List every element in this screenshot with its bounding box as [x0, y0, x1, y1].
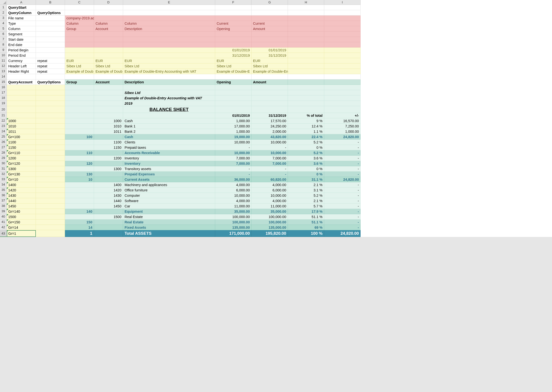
cell-G12[interactable]: Sibex Ltd: [252, 63, 288, 69]
cell-C32[interactable]: 130: [65, 172, 94, 177]
cell-G24[interactable]: 2,000.00: [252, 129, 288, 134]
cell-A43[interactable]: Gr=1: [7, 230, 36, 237]
cell-B4[interactable]: [36, 21, 65, 26]
row-header[interactable]: 35: [0, 188, 7, 193]
cell-C21[interactable]: [65, 113, 94, 118]
cell-B5[interactable]: [36, 26, 65, 31]
cell-C27[interactable]: [65, 145, 94, 150]
cell-I42[interactable]: -: [324, 225, 361, 230]
cell-C23[interactable]: [65, 124, 94, 129]
cell-C11[interactable]: EUR: [65, 58, 94, 63]
row-header[interactable]: 36: [0, 193, 7, 198]
cell-A32[interactable]: Gr=130: [7, 172, 36, 177]
cell-I34[interactable]: -: [324, 182, 361, 188]
cell-G14[interactable]: [252, 74, 288, 79]
cell-C15[interactable]: Group: [65, 79, 94, 85]
cell-E38[interactable]: Car: [123, 204, 215, 209]
cell-A38[interactable]: 1450: [7, 204, 36, 209]
cell-B34[interactable]: [36, 182, 65, 188]
cell-D10[interactable]: [94, 53, 123, 58]
row-header[interactable]: 40: [0, 214, 7, 220]
cell-C9[interactable]: [65, 47, 94, 53]
column-header-H[interactable]: H: [288, 0, 324, 5]
cell-D8[interactable]: [94, 42, 123, 47]
cell-H32[interactable]: 0 %: [288, 172, 324, 177]
cell-C28[interactable]: 110: [65, 150, 94, 156]
cell-I37[interactable]: -: [324, 198, 361, 204]
cell-B43[interactable]: [36, 230, 65, 237]
cell-A9[interactable]: Period Begin: [7, 47, 36, 53]
row-header[interactable]: 27: [0, 145, 7, 150]
cell-A10[interactable]: Period End: [7, 53, 36, 58]
cell-G33[interactable]: 60,820.00: [252, 177, 288, 182]
cell-H17[interactable]: [288, 90, 324, 95]
cell-C13[interactable]: Example of Doub: [65, 69, 94, 74]
cell-I17[interactable]: [324, 90, 361, 95]
cell-E19[interactable]: 2019: [123, 101, 215, 106]
cell-E4[interactable]: Column: [123, 21, 215, 26]
cell-A41[interactable]: Gr=150: [7, 220, 36, 225]
cell-D43[interactable]: [94, 230, 123, 237]
cell-C6[interactable]: [65, 31, 94, 37]
cell-B13[interactable]: repeat: [36, 69, 65, 74]
cell-I1[interactable]: [324, 5, 361, 10]
cell-I25[interactable]: 24,820.00: [324, 134, 361, 140]
cell-A42[interactable]: Gr=14: [7, 225, 36, 230]
column-header-A[interactable]: A: [7, 0, 36, 5]
cell-H1[interactable]: [288, 5, 324, 10]
row-header[interactable]: 25: [0, 134, 7, 140]
cell-H36[interactable]: 5.2 %: [288, 193, 324, 198]
cell-F5[interactable]: Opening: [215, 26, 252, 31]
cell-B12[interactable]: repeat: [36, 63, 65, 69]
cell-F23[interactable]: 17,000.00: [215, 124, 252, 129]
cell-B42[interactable]: [36, 225, 65, 230]
row-header[interactable]: 23: [0, 124, 7, 129]
row-header[interactable]: 5: [0, 26, 7, 31]
cell-C24[interactable]: [65, 129, 94, 134]
cell-E32[interactable]: Prepaid Expenses: [123, 172, 215, 177]
cell-F36[interactable]: 10,000.00: [215, 193, 252, 198]
column-header-C[interactable]: C: [65, 0, 94, 5]
cell-E3[interactable]: [123, 16, 215, 21]
cell-G29[interactable]: 7,000.00: [252, 156, 288, 161]
cell-F13[interactable]: Example of Double-E: [215, 69, 252, 74]
cell-C41[interactable]: 150: [65, 220, 94, 225]
cell-E5[interactable]: Description: [123, 26, 215, 31]
cell-B29[interactable]: [36, 156, 65, 161]
cell-G5[interactable]: Amount: [252, 26, 288, 31]
cell-C40[interactable]: [65, 214, 94, 220]
cell-D37[interactable]: 1440: [94, 198, 123, 204]
cell-D28[interactable]: [94, 150, 123, 156]
cell-D25[interactable]: [94, 134, 123, 140]
row-header[interactable]: 7: [0, 37, 7, 42]
cell-A13[interactable]: Header Right: [7, 69, 36, 74]
cell-B17[interactable]: [36, 90, 65, 95]
row-header[interactable]: 21: [0, 113, 7, 118]
cell-G9[interactable]: 01/01/2019: [252, 47, 288, 53]
cell-G11[interactable]: EUR: [252, 58, 288, 63]
cell-D38[interactable]: 1450: [94, 204, 123, 209]
cell-G35[interactable]: 6,000.00: [252, 188, 288, 193]
cell-C5[interactable]: Group: [65, 26, 94, 31]
cell-A14[interactable]: [7, 74, 36, 79]
cell-A19[interactable]: [7, 101, 36, 106]
cell-H2[interactable]: [288, 10, 324, 16]
cell-B1[interactable]: [36, 5, 65, 10]
row-header[interactable]: 12: [0, 63, 7, 69]
cell-C1[interactable]: [65, 5, 94, 10]
cell-I24[interactable]: 1,000.00: [324, 129, 361, 134]
cell-D33[interactable]: [94, 177, 123, 182]
cell-H39[interactable]: 17.9 %: [288, 209, 324, 214]
cell-E15[interactable]: Description: [123, 79, 215, 85]
cell-C38[interactable]: [65, 204, 94, 209]
cell-C25[interactable]: 100: [65, 134, 94, 140]
cell-G17[interactable]: [252, 90, 288, 95]
cell-C12[interactable]: Sibex Ltd: [65, 63, 94, 69]
cell-I41[interactable]: -: [324, 220, 361, 225]
row-header[interactable]: 29: [0, 156, 7, 161]
cell-E8[interactable]: [123, 42, 215, 47]
cell-B32[interactable]: [36, 172, 65, 177]
cell-G42[interactable]: 135,000.00: [252, 225, 288, 230]
cell-F25[interactable]: 19,000.00: [215, 134, 252, 140]
row-header[interactable]: 24: [0, 129, 7, 134]
